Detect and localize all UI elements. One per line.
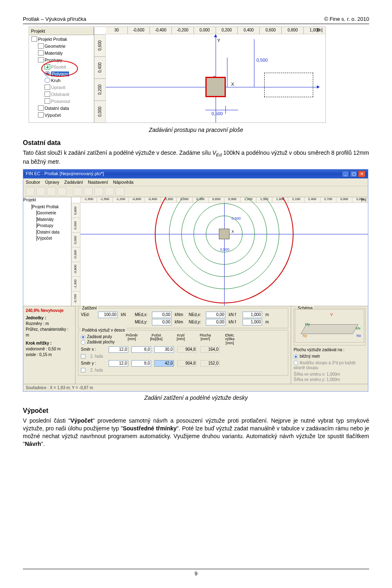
toolbar-button[interactable] [84,187,93,196]
menu-item[interactable]: Úpravy [45,179,59,185]
radio-icon [45,78,50,83]
radio-areas[interactable] [81,340,85,345]
opt-areas[interactable]: Zadávat plochy [87,340,115,344]
sy-cover[interactable]: 42,0 [154,360,174,367]
tree-list[interactable]: Projekt Protlak Geometrie Materiály Pros… [29,35,94,119]
ved-label: VEd: [81,312,95,318]
toolbar[interactable] [23,186,368,197]
nedx-input[interactable]: 0,00 [206,312,225,318]
header-right: © Fine s. r. o. 2010 [324,16,369,23]
sy-count[interactable]: 8,0 [131,360,151,367]
tree-item[interactable]: Materiály [37,217,54,222]
menu-item[interactable]: Nastavení [88,179,108,185]
tree-item[interactable]: Výpočet [37,236,52,241]
radio-bezny[interactable] [294,354,298,359]
close-button[interactable]: ✕ [358,171,365,177]
medx-label: MEd,x: [135,312,149,318]
maximize-button[interactable]: ▢ [350,171,357,177]
arrow-right-icon [317,85,320,89]
legend-zat: Zatížení [81,305,98,311]
tree-item[interactable]: Projekt Protlak [32,205,59,209]
tree-item[interactable]: Prostupy [45,58,62,62]
tree-item[interactable]: Výpočet [45,113,61,118]
tree-item[interactable]: Materiály [45,51,63,56]
tree-header-2: Projekt [23,197,71,203]
sy-area: 904,8 [177,360,197,367]
column-headers: Průměr [mm] Počet [ks]/[ks] Krytí [mm] P… [122,334,240,346]
fy-input[interactable]: 1,000 [243,319,262,325]
tree-header: Projekt [29,27,94,36]
fieldset-schema: Schéma V My Mx Ny Nx [294,308,365,345]
nedy-input[interactable]: 0,00 [206,319,225,325]
tree-odstranit[interactable]: Odstranit [51,92,69,97]
dim-value: 0,500 [256,57,268,63]
menu-item[interactable]: Nápověda [113,179,134,185]
toolbar-button[interactable] [47,187,56,196]
tree-kruh[interactable]: Kruh [51,78,60,83]
fx-input[interactable]: 1,000 [243,312,262,318]
tree-root[interactable]: Projekt Protlak [38,37,67,42]
toolbar-button[interactable] [116,187,125,196]
tree-item[interactable]: Geometrie [37,211,56,215]
minimize-button[interactable]: _ [342,171,349,177]
tree-item[interactable]: Ostatní data [45,106,69,111]
para-vypocet: V poslední části "Výpočet" provedeme sam… [23,417,369,448]
tree-item[interactable]: Prostupy [37,223,53,228]
move-icon [45,98,50,104]
status-bar: Souřadnice : X = 1,93 m; Y = -0,87 m [23,384,368,391]
dim-line [254,39,254,87]
mat-icon [38,50,44,56]
caption-2: Zadání zatížení a podélné výztuže desky [23,394,369,402]
toolbar-button[interactable] [26,187,35,196]
toolbar-button[interactable] [94,187,103,196]
sx-diam[interactable]: 12,0 [109,346,128,353]
menu-item[interactable]: Soubor [26,179,40,185]
drawing-area[interactable]: 0 X Y 0,500 0,500 [106,34,325,122]
tree-upravit[interactable]: Upravit [51,85,65,90]
opt-tloust[interactable]: tloušťku sloupu a 3*d po každé straně sl… [294,361,356,370]
schema-Mx: Mx [356,326,361,331]
menu-item[interactable]: Zadávání [64,179,83,185]
radio-bars[interactable] [81,335,85,339]
screenshot-1: Projekt Projekt Protlak Geometrie Materi… [29,27,326,123]
grid-v: svisle : 0,15 m [26,352,73,358]
ruler-x: 30 -0,600 -0,400 -0,200 0,000 0,200 0,40… [106,27,325,34]
tree-posunout[interactable]: Posunout [51,99,70,104]
toolbar-button[interactable] [58,187,67,196]
tree-item[interactable]: Geometrie [45,44,65,49]
selection-rect[interactable] [264,73,313,97]
sy-diam[interactable]: 12,0 [109,360,128,367]
row2x-label: 2. řada [90,354,103,359]
radio-tloust[interactable] [294,361,298,365]
ved-input[interactable]: 100,00 [98,312,118,318]
sx-cover[interactable]: 30,0 [154,346,174,353]
canvas-2[interactable]: -1,900-1,500-1,200-0,800-0,400-0,3000,00… [71,197,368,305]
tree-item[interactable]: Ostatní data [37,230,59,234]
tree-polygon[interactable]: Polygon [51,71,69,76]
schema-V: V [330,312,333,317]
toolbar-button[interactable] [105,187,114,196]
input-panel: Zatížení VEd: 100,00 kN MEd,x: 0,00 kNm … [76,306,291,384]
sx-count[interactable]: 8,0 [131,346,151,353]
canvas-area[interactable]: 30 -0,600 -0,400 -0,200 0,000 0,200 0,40… [94,27,325,122]
opt-bezny[interactable]: běžný metr [300,354,320,359]
opt-bars[interactable]: Zadávat pruty [87,334,112,339]
grid-h: vodorovně : 0,50 m [26,346,73,352]
tree-add[interactable]: Působit [51,65,66,69]
medy-input[interactable]: 0,00 [152,319,172,325]
drawing-area-2[interactable]: X 0,500 0,500 [80,203,368,305]
medx-input[interactable]: 0,00 [152,312,172,318]
chk-row2x[interactable] [81,354,85,359]
toolbar-button[interactable] [36,187,45,196]
grid-heading: Krok mřížky : [26,341,73,346]
tree-panel-2[interactable]: Projekt Projekt Protlak Geometrie Materi… [23,197,71,305]
sx-eff: 164,0 [200,346,220,353]
tree-panel: Projekt Projekt Protlak Geometrie Materi… [29,27,94,122]
menu-bar[interactable]: Soubor Úpravy Zadávání Nastavení Nápověd… [23,178,368,187]
schema-My: My [305,322,310,327]
chk-row2y[interactable] [81,368,85,372]
dim-line [227,58,227,87]
result-status: 240,9% Nevyhovuje [26,308,73,314]
toolbar-button[interactable] [73,187,82,196]
units-heading: Jednotky : [26,315,73,321]
